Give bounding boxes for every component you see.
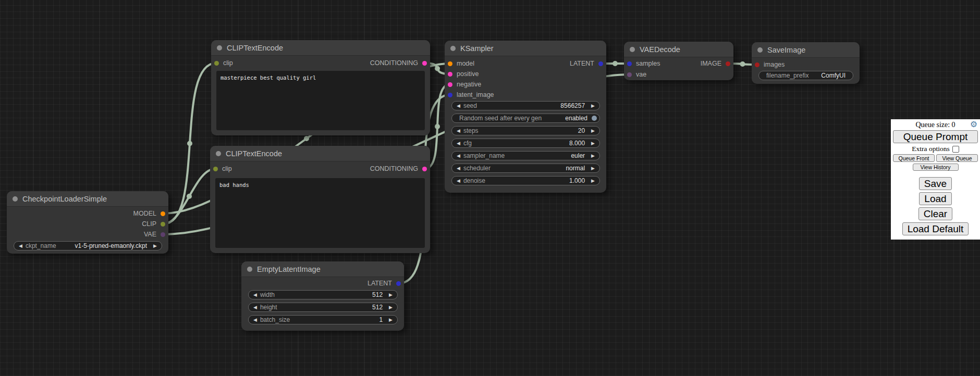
node-title-bar[interactable]: EmptyLatentImage: [241, 261, 404, 277]
output-dot-CONDITIONING[interactable]: [422, 61, 427, 66]
output-dot-IMAGE[interactable]: [726, 61, 730, 66]
increment-arrow-icon[interactable]: ▶: [591, 164, 599, 173]
widget-sampler_name[interactable]: ◀sampler_nameeuler▶: [451, 151, 600, 160]
increment-arrow-icon[interactable]: ▶: [591, 101, 599, 110]
increment-arrow-icon[interactable]: ▶: [591, 139, 599, 148]
collapse-dot-icon[interactable]: [630, 47, 635, 52]
queue-size-row: Queue size: 0 ⚙: [893, 121, 978, 129]
widget-filename_prefix[interactable]: filename_prefixComfyUI: [758, 71, 853, 80]
node-empty-latent-image[interactable]: EmptyLatentImageLATENT◀width512▶◀height5…: [241, 261, 404, 331]
output-dot-CLIP[interactable]: [161, 222, 165, 227]
view-history-button[interactable]: View History: [913, 164, 959, 171]
decrement-arrow-icon[interactable]: ◀: [452, 101, 460, 110]
decrement-arrow-icon[interactable]: ◀: [249, 315, 257, 324]
decrement-arrow-icon[interactable]: ◀: [452, 151, 460, 160]
prompt-textarea[interactable]: bad hands: [215, 178, 425, 248]
input-dot-samples[interactable]: [627, 61, 632, 66]
clear-button[interactable]: Clear: [918, 207, 952, 220]
settings-gear-icon[interactable]: ⚙: [970, 120, 977, 129]
output-dot-LATENT[interactable]: [598, 61, 603, 66]
decrement-arrow-icon[interactable]: ◀: [452, 139, 460, 148]
node-title-bar[interactable]: KSampler: [445, 41, 606, 56]
decrement-arrow-icon[interactable]: ◀: [14, 241, 22, 250]
input-dot-clip[interactable]: [214, 61, 219, 66]
queue-prompt-button[interactable]: Queue Prompt: [893, 130, 978, 143]
decrement-arrow-icon[interactable]: ◀: [452, 164, 460, 173]
widget-label: sampler_name: [463, 152, 505, 159]
increment-arrow-icon[interactable]: ▶: [591, 126, 599, 135]
input-slot-negative: negative: [445, 80, 481, 89]
widget-batch_size[interactable]: ◀batch_size1▶: [248, 315, 398, 324]
node-clip-text-encode-positive[interactable]: CLIPTextEncodeclipCONDITIONINGmasterpiec…: [211, 40, 430, 135]
decrement-arrow-icon[interactable]: ◀: [452, 126, 460, 135]
output-slot-label: VAE: [144, 231, 156, 238]
collapse-dot-icon[interactable]: [13, 196, 18, 202]
widget-steps[interactable]: ◀steps20▶: [451, 126, 600, 135]
node-title-bar[interactable]: SaveImage: [752, 42, 860, 58]
input-slot-samples: samples: [624, 59, 660, 68]
output-slot-label: LATENT: [368, 280, 392, 287]
prompt-textarea[interactable]: masterpiece best quality girl: [216, 71, 425, 130]
widget-denoise[interactable]: ◀denoise1.000▶: [451, 176, 600, 185]
decrement-arrow-icon[interactable]: ◀: [249, 303, 257, 312]
widget-value: 512: [372, 304, 383, 311]
widget-height[interactable]: ◀height512▶: [248, 303, 398, 312]
input-slot-label: images: [764, 61, 785, 68]
input-slot-images: images: [752, 60, 785, 69]
input-slot-positive: positive: [445, 69, 479, 79]
increment-arrow-icon[interactable]: ▶: [591, 176, 599, 185]
extra-options-label: Extra options: [912, 145, 949, 153]
collapse-dot-icon[interactable]: [217, 45, 222, 51]
widget-scheduler[interactable]: ◀schedulernormal▶: [451, 164, 600, 173]
load-button[interactable]: Load: [919, 192, 951, 205]
input-dot-vae[interactable]: [627, 72, 632, 77]
collapse-dot-icon[interactable]: [247, 267, 252, 272]
input-dot-latent_image[interactable]: [448, 93, 452, 97]
input-dot-clip[interactable]: [213, 167, 218, 171]
node-save-image[interactable]: SaveImageimagesfilename_prefixComfyUI: [752, 42, 860, 84]
decrement-arrow-icon[interactable]: ◀: [249, 290, 257, 299]
node-title-bar[interactable]: VAEDecode: [624, 42, 733, 57]
output-slot-VAE: VAE: [144, 230, 168, 239]
output-dot-CONDITIONING[interactable]: [422, 167, 427, 171]
increment-arrow-icon[interactable]: ▶: [591, 151, 599, 160]
extra-options-checkbox[interactable]: [952, 146, 959, 153]
output-dot-MODEL[interactable]: [161, 211, 165, 216]
input-dot-model[interactable]: [448, 61, 452, 66]
node-vae-decode[interactable]: VAEDecodesamplesvaeIMAGE: [624, 42, 733, 80]
toggle-on-dot[interactable]: [592, 116, 597, 121]
node-title-bar[interactable]: CheckpointLoaderSimple: [7, 191, 168, 207]
node-title: CheckpointLoaderSimple: [22, 195, 107, 203]
output-dot-VAE[interactable]: [161, 232, 165, 237]
collapse-dot-icon[interactable]: [216, 151, 221, 156]
widget-label: filename_prefix: [766, 72, 808, 79]
node-title-bar[interactable]: CLIPTextEncode: [211, 40, 430, 56]
node-ksampler[interactable]: KSamplermodelpositivenegativelatent_imag…: [445, 41, 606, 193]
widget-value: v1-5-pruned-emaonly.ckpt: [75, 242, 148, 249]
decrement-arrow-icon[interactable]: ◀: [452, 176, 460, 185]
input-dot-positive[interactable]: [448, 72, 452, 77]
view-queue-button[interactable]: View Queue: [936, 154, 978, 162]
collapse-dot-icon[interactable]: [450, 46, 456, 51]
widget-cfg[interactable]: ◀cfg8.000▶: [451, 139, 600, 148]
increment-arrow-icon[interactable]: ▶: [389, 315, 397, 324]
node-title-bar[interactable]: CLIPTextEncode: [210, 146, 430, 161]
widget-Random seed after every gen[interactable]: Random seed after every genenabled: [451, 114, 600, 123]
output-dot-LATENT[interactable]: [396, 281, 401, 286]
widget-seed[interactable]: ◀seed8566257▶: [451, 101, 600, 110]
input-dot-negative[interactable]: [448, 82, 452, 87]
save-button[interactable]: Save: [919, 177, 952, 190]
widget-width[interactable]: ◀width512▶: [248, 290, 398, 299]
node-checkpoint-loader[interactable]: CheckpointLoaderSimpleMODELCLIPVAE◀ckpt_…: [7, 191, 168, 254]
queue-front-button[interactable]: Queue Front: [893, 154, 935, 162]
increment-arrow-icon[interactable]: ▶: [153, 241, 162, 250]
collapse-dot-icon[interactable]: [757, 47, 763, 53]
increment-arrow-icon[interactable]: ▶: [389, 290, 397, 299]
node-clip-text-encode-negative[interactable]: CLIPTextEncodeclipCONDITIONINGbad hands: [210, 146, 430, 253]
graph-canvas[interactable]: Queue size: 0 ⚙ Queue Prompt Extra optio…: [0, 0, 980, 376]
load-default-button[interactable]: Load Default: [902, 222, 969, 235]
increment-arrow-icon[interactable]: ▶: [389, 303, 397, 312]
input-dot-images[interactable]: [755, 62, 760, 67]
widget-ckpt_name[interactable]: ◀ckpt_namev1-5-pruned-emaonly.ckpt▶: [14, 241, 162, 250]
input-slot-label: negative: [457, 81, 481, 88]
